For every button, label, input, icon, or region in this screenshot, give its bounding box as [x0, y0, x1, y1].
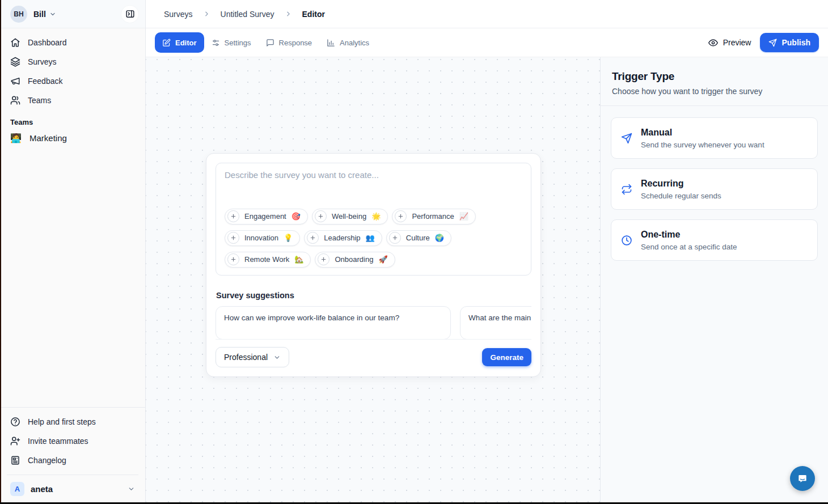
- suggestion-card[interactable]: How can we improve work-life balance in …: [216, 306, 451, 339]
- trigger-option-description: Send once at a specific date: [641, 243, 737, 251]
- user-avatar: A: [10, 482, 24, 496]
- sidebar-item-teams[interactable]: Teams: [3, 91, 142, 110]
- topic-chip-onboarding[interactable]: Onboarding 🚀: [315, 252, 395, 268]
- suggestions-title: Survey suggestions: [216, 291, 531, 300]
- chevron-right-icon: [285, 10, 292, 18]
- chevron-down-icon: [128, 485, 135, 493]
- survey-composer-card: Engagement 🎯 Well-being 🌟 Performance: [206, 153, 541, 377]
- sidebar-item-help[interactable]: Help and first steps: [3, 412, 142, 431]
- trigger-panel-header: Trigger Type Choose how you want to trig…: [601, 57, 828, 106]
- team-label: Marketing: [29, 133, 67, 143]
- sidebar-item-label: Dashboard: [28, 38, 67, 47]
- chat-launcher-button[interactable]: [790, 466, 815, 491]
- trigger-option-recurring[interactable]: Recurring Schedule regular sends: [611, 168, 818, 210]
- topic-chip-remote-work[interactable]: Remote Work 🏡: [225, 252, 311, 268]
- window-edge-left: [0, 0, 1, 504]
- sidebar-item-changelog[interactable]: Changelog: [3, 451, 142, 470]
- sidebar-item-label: Teams: [28, 96, 51, 105]
- tab-bar: Editor Settings Response Analytics: [146, 28, 828, 57]
- app-window: BH Bill Dashboard Surv: [0, 0, 828, 504]
- users-icon: [10, 95, 20, 105]
- composer-box: Engagement 🎯 Well-being 🌟 Performance: [216, 163, 531, 276]
- topic-chip-wellbeing[interactable]: Well-being 🌟: [312, 209, 388, 225]
- changelog-icon: [10, 455, 20, 465]
- topic-chip-culture[interactable]: Culture 🌍: [386, 230, 451, 246]
- chip-emoji: 🌍: [435, 234, 444, 242]
- chevron-right-icon: [203, 10, 210, 18]
- teams-section-label: Teams: [3, 110, 142, 129]
- tab-response[interactable]: Response: [259, 32, 320, 53]
- trigger-options: Manual Send the survey whenever you want…: [601, 106, 828, 272]
- breadcrumb-untitled-survey[interactable]: Untitled Survey: [221, 10, 274, 19]
- marketing-team-emoji: 🧑‍💻: [10, 134, 22, 143]
- chip-label: Onboarding: [335, 255, 373, 264]
- help-circle-icon: [10, 417, 20, 427]
- composer-footer: Professional Generate: [216, 339, 531, 367]
- chip-label: Innovation: [244, 234, 278, 242]
- sidebar-item-dashboard[interactable]: Dashboard: [3, 33, 142, 52]
- panel-toggle-icon: [125, 9, 135, 19]
- chip-emoji: 🌟: [371, 213, 381, 220]
- publish-label: Publish: [781, 38, 810, 47]
- tone-select[interactable]: Professional: [216, 347, 289, 367]
- survey-description-input[interactable]: [225, 170, 522, 209]
- tone-value: Professional: [224, 353, 268, 362]
- plus-icon: [227, 210, 239, 222]
- trigger-option-description: Schedule regular sends: [641, 192, 721, 200]
- tab-bar-actions: Preview Publish: [708, 33, 819, 52]
- trigger-option-manual[interactable]: Manual Send the survey whenever you want: [611, 117, 818, 159]
- panel-subtitle: Choose how you want to trigger the surve…: [612, 87, 817, 96]
- breadcrumb-surveys[interactable]: Surveys: [164, 10, 193, 19]
- sidebar-item-feedback[interactable]: Feedback: [3, 71, 142, 91]
- sidebar-nav: Dashboard Surveys Feedback Teams: [0, 28, 145, 147]
- eye-icon: [708, 38, 718, 48]
- tab-analytics[interactable]: Analytics: [319, 32, 377, 53]
- bar-chart-icon: [327, 39, 335, 47]
- send-icon: [621, 133, 632, 144]
- generate-button[interactable]: Generate: [482, 348, 531, 366]
- chevron-down-icon[interactable]: [49, 11, 56, 18]
- chip-label: Culture: [406, 234, 430, 242]
- sidebar-item-invite[interactable]: Invite teammates: [3, 431, 142, 451]
- sidebar-item-label: Feedback: [28, 77, 62, 86]
- chip-emoji: 📈: [459, 213, 468, 220]
- megaphone-icon: [10, 76, 20, 86]
- sidebar-item-surveys[interactable]: Surveys: [3, 52, 142, 71]
- sidebar-item-team-marketing[interactable]: 🧑‍💻 Marketing: [3, 129, 142, 147]
- chip-emoji: 🏡: [294, 256, 303, 263]
- tab-settings[interactable]: Settings: [204, 32, 259, 53]
- user-menu[interactable]: A aneta: [7, 475, 138, 504]
- topic-chip-performance[interactable]: Performance 📈: [392, 209, 476, 225]
- trigger-type-panel: Trigger Type Choose how you want to trig…: [600, 57, 828, 504]
- chip-emoji: 🚀: [378, 256, 387, 263]
- publish-button[interactable]: Publish: [760, 33, 819, 52]
- topic-chip-engagement[interactable]: Engagement 🎯: [225, 209, 308, 225]
- trigger-option-title: Manual: [641, 128, 764, 138]
- chevron-down-icon: [273, 354, 281, 361]
- tab-label: Response: [279, 39, 312, 47]
- tab-editor[interactable]: Editor: [155, 32, 204, 53]
- tab-label: Editor: [175, 39, 197, 47]
- breadcrumb-editor: Editor: [302, 10, 325, 19]
- suggestion-card[interactable]: What are the main ob: [460, 306, 531, 339]
- chip-label: Remote Work: [244, 255, 289, 264]
- topic-chip-leadership[interactable]: Leadership 👥: [304, 230, 382, 246]
- topic-chip-innovation[interactable]: Innovation 💡: [225, 230, 300, 246]
- workspace-name[interactable]: Bill: [33, 10, 46, 19]
- clock-icon: [621, 235, 632, 246]
- user-plus-icon: [10, 436, 20, 446]
- workspace-avatar: BH: [10, 6, 27, 23]
- sidebar-footer: Help and first steps Invite teammates Ch…: [0, 407, 145, 504]
- editor-canvas[interactable]: Engagement 🎯 Well-being 🌟 Performance: [146, 57, 600, 504]
- preview-button[interactable]: Preview: [708, 38, 751, 48]
- tab-label: Analytics: [340, 39, 369, 47]
- plus-icon: [227, 253, 239, 265]
- plus-icon: [227, 232, 239, 244]
- pencil-square-icon: [162, 39, 171, 47]
- user-name: aneta: [31, 484, 53, 494]
- sidebar: BH Bill Dashboard Surv: [0, 0, 146, 504]
- sidebar-collapse-button[interactable]: [121, 6, 138, 23]
- chip-emoji: 💡: [284, 234, 293, 242]
- chip-emoji: 👥: [366, 234, 375, 242]
- trigger-option-one-time[interactable]: One-time Send once at a specific date: [611, 219, 818, 261]
